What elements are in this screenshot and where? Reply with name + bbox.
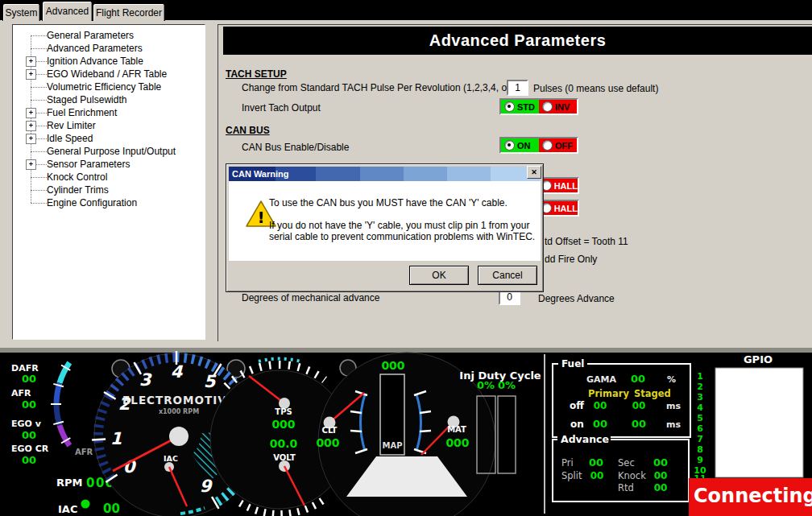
dialog-text-line1: To use the CAN bus you MUST have the CAN…	[269, 197, 508, 208]
tree-item-general-parameters[interactable]: General Parameters	[13, 29, 205, 42]
tach-units-label: x1000 RPM	[159, 408, 199, 415]
dialog-titlebar[interactable]: CAN Warning	[229, 167, 541, 181]
svg-text:8: 8	[697, 444, 703, 455]
pulse-per-rev-input[interactable]	[507, 80, 528, 96]
expand-icon[interactable]: +	[26, 56, 36, 67]
tab-system[interactable]: System	[2, 3, 40, 21]
page-title: Advanced Parameters	[223, 27, 812, 55]
can-off-option[interactable]: OFF	[539, 138, 577, 152]
gpio-listbox[interactable]	[715, 368, 803, 477]
iac-gauge-label: IAC	[164, 454, 178, 463]
tree-item-rev-limiter[interactable]: +Rev Limiter	[13, 119, 205, 132]
odd-fire-text: dd Fire Only	[545, 254, 597, 265]
afr-value: 00	[22, 398, 36, 411]
gama-unit: %	[667, 374, 676, 385]
svg-text:5: 5	[204, 372, 217, 391]
fuel-on-unit: ms	[666, 419, 681, 430]
can-bus-heading: CAN BUS	[226, 125, 270, 136]
tree-item-knock-control[interactable]: Knock Control	[13, 171, 205, 184]
radio-icon	[542, 140, 553, 151]
afr-label: AFR	[11, 388, 31, 398]
invert-tach-inv-option[interactable]: INV	[539, 100, 577, 114]
tree-item-advanced-parameters[interactable]: Advanced Parameters	[13, 42, 205, 55]
wintec-window: System Advanced Flight Recorder General …	[0, 0, 812, 516]
svg-text:1: 1	[110, 429, 122, 448]
knock-value: 00	[654, 470, 668, 481]
svg-text:4: 4	[171, 362, 184, 382]
iac-readout-value: 00	[103, 502, 120, 516]
svg-text:9: 9	[697, 455, 703, 465]
advance-title: Advance	[561, 433, 609, 445]
expand-icon[interactable]: +	[26, 159, 36, 170]
expand-icon[interactable]: +	[26, 108, 36, 118]
ok-button[interactable]: OK	[409, 266, 469, 285]
split-label: Split	[561, 470, 582, 481]
can-enable-label: CAN Bus Enable/Disable	[242, 142, 349, 153]
clt-label: CLT	[322, 426, 338, 435]
svg-text:4: 4	[697, 402, 703, 413]
can-enable-toggle: ON OFF	[499, 137, 578, 154]
tree-item-ego-wideband-afr-table[interactable]: +EGO Wideband / AFR Table	[13, 68, 205, 80]
fuel-off-label: off	[570, 400, 584, 411]
mat-value: 000	[445, 436, 469, 449]
tree-item-idle-speed[interactable]: +Idle Speed	[13, 132, 205, 145]
tree-item-ignition-advance-table[interactable]: +Ignition Advance Table	[13, 55, 205, 68]
expand-icon[interactable]: +	[26, 69, 36, 80]
iac-status-light	[81, 500, 90, 509]
inj-duty-value-1: 0%	[477, 379, 495, 391]
tree-item-staged-pulsewidth[interactable]: Staged Pulsewidth	[13, 93, 205, 106]
svg-text:2: 2	[697, 382, 703, 392]
rpm-label: RPM	[56, 477, 82, 489]
fuel-off-unit: ms	[666, 401, 681, 411]
fuel-off-staged: 00	[632, 400, 646, 411]
offset-tooth-text: td Offset = Tooth 11	[545, 236, 628, 247]
tab-advanced-label: Advanced	[46, 6, 89, 17]
mech-advance-suffix: Degrees Advance	[538, 293, 615, 304]
radio-selected-icon	[504, 101, 515, 112]
gpio-title: GPIO	[744, 353, 773, 365]
dashboard-top-edge	[0, 348, 812, 353]
gama-label: GAMA	[586, 374, 616, 385]
fuel-col-staged: Staged	[634, 388, 671, 399]
mech-advance-label: Degrees of mechanical advance	[242, 292, 379, 303]
fuel-on-primary: 00	[593, 418, 607, 430]
cancel-button[interactable]: Cancel	[478, 266, 537, 285]
svg-text:1: 1	[697, 371, 703, 382]
rtd-label: Rtd	[618, 482, 634, 493]
brand-label: ELECTROMOTIVE	[122, 394, 235, 407]
tab-system-label: System	[5, 7, 37, 19]
svg-text:3: 3	[697, 392, 703, 402]
tree-item-general-purpose-io[interactable]: General Purpose Input/Output	[13, 145, 205, 158]
tree-item-cylinder-trims[interactable]: Cylinder Trims	[13, 184, 205, 196]
fuel-col-primary: Primary	[588, 388, 629, 399]
tach-hub	[169, 427, 188, 446]
hall-option-1[interactable]: HALL	[538, 179, 578, 192]
status-text: Connecting...	[694, 485, 812, 507]
tab-advanced[interactable]: Advanced	[42, 1, 93, 21]
tree-item-volumetric-efficiency-table[interactable]: Volumetric Efficiency Table	[13, 80, 205, 93]
tree-item-fuel-enrichment[interactable]: +Fuel Enrichment	[13, 106, 205, 119]
expand-icon[interactable]: +	[26, 121, 36, 131]
can-on-option[interactable]: ON	[501, 138, 539, 152]
radio-icon	[542, 101, 553, 112]
pulse-suffix-label: Pulses (0 means use default)	[533, 83, 658, 94]
invert-tach-std-option[interactable]: STD	[501, 100, 539, 114]
close-icon[interactable]: ✕	[527, 166, 541, 179]
hall-option-2[interactable]: HALL	[538, 201, 578, 215]
radio-selected-icon	[504, 140, 515, 151]
dafr-value: 00	[22, 373, 36, 385]
iac-readout-label: IAC	[58, 503, 77, 515]
tree-item-sensor-parameters[interactable]: +Sensor Parameters	[13, 158, 205, 171]
dialog-title: CAN Warning	[232, 169, 288, 179]
dialog-text-line2: If you do not have the 'Y' cable, you mu…	[269, 220, 529, 231]
tach-setup-heading: TACH SETUP	[226, 68, 287, 80]
sec-value: 00	[653, 456, 668, 469]
expand-icon[interactable]: +	[26, 134, 36, 144]
tree-item-engine-configuration[interactable]: Engine Configuration	[13, 196, 205, 209]
tab-flight-recorder[interactable]: Flight Recorder	[93, 3, 165, 21]
parameter-tree: General Parameters Advanced Parameters +…	[12, 24, 205, 340]
sec-label: Sec	[618, 457, 635, 469]
fuel-off-primary: 00	[594, 400, 607, 411]
ego-v-value: 00	[22, 429, 36, 441]
knock-label: Knock	[618, 470, 646, 481]
